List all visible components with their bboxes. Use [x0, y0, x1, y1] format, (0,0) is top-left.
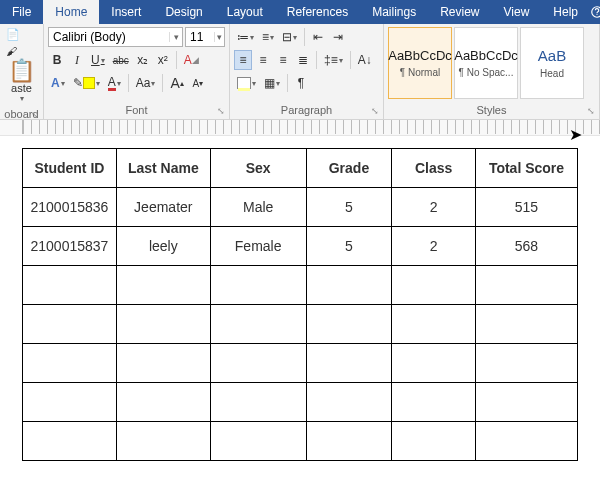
tell-me-icon[interactable] — [590, 0, 600, 24]
align-right-button[interactable]: ≡ — [274, 50, 292, 70]
table-row[interactable] — [23, 266, 578, 305]
tab-layout[interactable]: Layout — [215, 0, 275, 24]
decrease-indent-button[interactable]: ⇤ — [309, 27, 327, 47]
paste-button[interactable]: 📋 aste ▾ — [4, 60, 39, 103]
student-table[interactable]: Student ID Last Name Sex Grade Class Tot… — [22, 148, 578, 461]
highlight-button[interactable]: ✎▾ — [70, 73, 103, 93]
font-name-input[interactable] — [49, 30, 169, 44]
dialog-launcher-styles[interactable]: ⤡ — [587, 106, 595, 116]
tab-file[interactable]: File — [0, 0, 43, 24]
table-cell[interactable] — [23, 344, 117, 383]
increase-indent-button[interactable]: ⇥ — [329, 27, 347, 47]
table-cell[interactable] — [23, 422, 117, 461]
table-cell[interactable] — [210, 383, 306, 422]
table-cell[interactable]: 2 — [392, 227, 476, 266]
col-sex[interactable]: Sex — [210, 149, 306, 188]
table-cell[interactable]: 515 — [475, 188, 577, 227]
tab-mailings[interactable]: Mailings — [360, 0, 428, 24]
bold-button[interactable]: B — [48, 50, 66, 70]
table-cell[interactable] — [392, 422, 476, 461]
style-gallery[interactable]: AaBbCcDc ¶ Normal AaBbCcDc ¶ No Spac... … — [388, 27, 584, 99]
table-cell[interactable] — [392, 344, 476, 383]
text-effects-button[interactable]: A▾ — [48, 73, 68, 93]
copy-button[interactable]: 📄 — [4, 27, 22, 42]
table-cell[interactable]: Male — [210, 188, 306, 227]
style-no-spacing[interactable]: AaBbCcDc ¶ No Spac... — [454, 27, 518, 99]
table-cell[interactable] — [306, 383, 392, 422]
col-student-id[interactable]: Student ID — [23, 149, 117, 188]
table-cell[interactable] — [306, 266, 392, 305]
table-cell[interactable]: 2100015837 — [23, 227, 117, 266]
subscript-button[interactable]: x₂ — [134, 50, 152, 70]
table-cell[interactable] — [23, 383, 117, 422]
table-cell[interactable] — [210, 344, 306, 383]
table-cell[interactable] — [210, 266, 306, 305]
dialog-launcher-clipboard[interactable]: ⤡ — [31, 110, 39, 120]
font-size-combo[interactable]: ▾ — [185, 27, 225, 47]
tab-home[interactable]: Home — [43, 0, 99, 24]
table-cell[interactable]: leely — [116, 227, 210, 266]
table-cell[interactable] — [116, 266, 210, 305]
show-marks-button[interactable]: ¶ — [292, 73, 310, 93]
table-cell[interactable] — [392, 266, 476, 305]
table-cell[interactable]: 568 — [475, 227, 577, 266]
table-cell[interactable] — [23, 305, 117, 344]
dialog-launcher-paragraph[interactable]: ⤡ — [371, 106, 379, 116]
ruler[interactable] — [0, 120, 600, 136]
tab-help[interactable]: Help — [541, 0, 590, 24]
shrink-font-button[interactable]: A▾ — [189, 73, 207, 93]
table-cell[interactable] — [306, 422, 392, 461]
justify-button[interactable]: ≣ — [294, 50, 312, 70]
borders-button[interactable]: ▦▾ — [261, 73, 283, 93]
col-class[interactable]: Class — [392, 149, 476, 188]
table-cell[interactable]: 2100015836 — [23, 188, 117, 227]
table-cell[interactable] — [23, 266, 117, 305]
format-painter-button[interactable]: 🖌 — [4, 44, 19, 58]
table-cell[interactable] — [116, 383, 210, 422]
table-row[interactable]: 2100015837leelyFemale52568 — [23, 227, 578, 266]
table-row[interactable] — [23, 305, 578, 344]
italic-button[interactable]: I — [68, 50, 86, 70]
align-center-button[interactable]: ≡ — [254, 50, 272, 70]
style-heading[interactable]: AaB Head — [520, 27, 584, 99]
multilevel-list-button[interactable]: ⊟▾ — [279, 27, 300, 47]
table-cell[interactable] — [475, 344, 577, 383]
sort-button[interactable]: A↓ — [355, 50, 375, 70]
table-cell[interactable]: 5 — [306, 188, 392, 227]
tab-design[interactable]: Design — [153, 0, 214, 24]
table-cell[interactable] — [475, 422, 577, 461]
col-grade[interactable]: Grade — [306, 149, 392, 188]
tab-insert[interactable]: Insert — [99, 0, 153, 24]
clear-formatting-button[interactable]: A◢ — [181, 50, 202, 70]
chevron-down-icon[interactable]: ▾ — [214, 32, 224, 42]
table-row[interactable] — [23, 422, 578, 461]
shading-button[interactable]: ▾ — [234, 73, 259, 93]
table-row[interactable] — [23, 383, 578, 422]
document-area[interactable]: ➤ Student ID Last Name Sex Grade Class T… — [0, 120, 600, 471]
table-row[interactable]: 2100015836JeematerMale52515 — [23, 188, 578, 227]
table-cell[interactable]: Jeemater — [116, 188, 210, 227]
table-cell[interactable] — [116, 344, 210, 383]
table-header-row[interactable]: Student ID Last Name Sex Grade Class Tot… — [23, 149, 578, 188]
grow-font-button[interactable]: A▴ — [167, 73, 186, 93]
superscript-button[interactable]: x² — [154, 50, 172, 70]
table-cell[interactable] — [306, 344, 392, 383]
table-cell[interactable] — [210, 305, 306, 344]
tab-review[interactable]: Review — [428, 0, 491, 24]
table-cell[interactable] — [392, 305, 476, 344]
tab-references[interactable]: References — [275, 0, 360, 24]
table-cell[interactable]: Female — [210, 227, 306, 266]
table-cell[interactable] — [475, 266, 577, 305]
table-cell[interactable] — [475, 305, 577, 344]
font-size-input[interactable] — [186, 30, 214, 44]
table-cell[interactable]: 5 — [306, 227, 392, 266]
align-left-button[interactable]: ≡ — [234, 50, 252, 70]
table-cell[interactable] — [116, 422, 210, 461]
table-cell[interactable] — [116, 305, 210, 344]
table-cell[interactable]: 2 — [392, 188, 476, 227]
table-row[interactable] — [23, 344, 578, 383]
underline-button[interactable]: U▾ — [88, 50, 108, 70]
table-cell[interactable] — [475, 383, 577, 422]
chevron-down-icon[interactable]: ▾ — [169, 32, 182, 42]
table-cell[interactable] — [210, 422, 306, 461]
